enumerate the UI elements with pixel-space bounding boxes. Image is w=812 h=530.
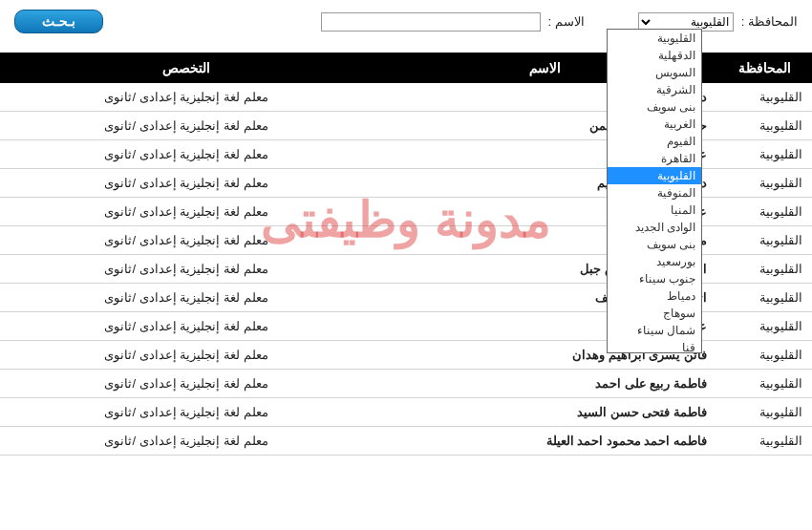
table-row: القليوبيةفاطمه احمد محمود احمد العيلةمعل… <box>0 427 812 456</box>
dropdown-option[interactable]: الغربية <box>608 116 701 133</box>
cell-specialization: معلم لغة إنجليزية إعدادى /ثانوى <box>0 169 373 198</box>
cell-specialization: معلم لغة إنجليزية إعدادى /ثانوى <box>0 312 373 341</box>
cell-governorate: القليوبية <box>716 140 812 169</box>
cell-specialization: معلم لغة إنجليزية إعدادى /ثانوى <box>0 255 373 284</box>
dropdown-option[interactable]: الوادى الجديد <box>608 219 701 236</box>
cell-specialization: معلم لغة إنجليزية إعدادى /ثانوى <box>0 112 373 140</box>
cell-governorate: القليوبية <box>716 427 812 456</box>
governorate-dropdown[interactable]: القليوبيةالدقهليةالسويسالشرقيةبنى سويفال… <box>607 29 702 353</box>
cell-specialization: معلم لغة إنجليزية إعدادى /ثانوى <box>0 284 373 312</box>
dropdown-option[interactable]: شمال سيناء <box>608 322 701 339</box>
dropdown-option[interactable]: دمياط <box>608 287 701 305</box>
cell-specialization: معلم لغة إنجليزية إعدادى /ثانوى <box>0 341 373 370</box>
dropdown-option[interactable]: الفيوم <box>608 133 701 150</box>
cell-governorate: القليوبية <box>716 226 812 255</box>
dropdown-option[interactable]: المنيا <box>608 201 701 219</box>
dropdown-option[interactable]: الشرقية <box>608 81 701 98</box>
dropdown-option[interactable]: المنوفية <box>608 184 701 201</box>
dropdown-option[interactable]: سوهاج <box>608 305 701 322</box>
cell-governorate: القليوبية <box>716 284 812 312</box>
header-specialization: التخصص <box>0 53 373 83</box>
cell-specialization: معلم لغة إنجليزية إعدادى /ثانوى <box>0 370 373 398</box>
cell-governorate: القليوبية <box>716 398 812 427</box>
search-button[interactable]: بـحـث <box>14 10 103 33</box>
dropdown-option[interactable]: السويس <box>608 64 701 81</box>
cell-specialization: معلم لغة إنجليزية إعدادى /ثانوى <box>0 427 373 456</box>
dropdown-option[interactable]: بورسعيد <box>608 253 701 270</box>
cell-governorate: القليوبية <box>716 341 812 370</box>
cell-specialization: معلم لغة إنجليزية إعدادى /ثانوى <box>0 226 373 255</box>
dropdown-option[interactable]: قنا <box>608 339 701 353</box>
dropdown-option[interactable]: القاهرة <box>608 150 701 167</box>
cell-specialization: معلم لغة إنجليزية إعدادى /ثانوى <box>0 83 373 112</box>
table-row: القليوبيةفاطمة فتحى حسن السيدمعلم لغة إن… <box>0 398 812 427</box>
dropdown-option[interactable]: القليوبية <box>608 30 701 47</box>
cell-governorate: القليوبية <box>716 312 812 341</box>
name-label: الاسم : <box>548 14 585 29</box>
cell-governorate: القليوبية <box>716 255 812 284</box>
name-input[interactable] <box>321 12 541 32</box>
dropdown-option[interactable]: بنى سويف <box>608 98 701 116</box>
dropdown-option[interactable]: الدقهلية <box>608 47 701 64</box>
cell-governorate: القليوبية <box>716 112 812 140</box>
cell-governorate: القليوبية <box>716 198 812 226</box>
cell-governorate: القليوبية <box>716 370 812 398</box>
cell-specialization: معلم لغة إنجليزية إعدادى /ثانوى <box>0 398 373 427</box>
cell-specialization: معلم لغة إنجليزية إعدادى /ثانوى <box>0 140 373 169</box>
governorate-label: المحافظة : <box>741 14 798 29</box>
header-governorate: المحافظة <box>716 53 812 83</box>
cell-name: فاطمه احمد محمود احمد العيلة <box>373 427 716 456</box>
cell-specialization: معلم لغة إنجليزية إعدادى /ثانوى <box>0 198 373 226</box>
table-row: القليوبيةفاطمة ربيع على احمدمعلم لغة إنج… <box>0 370 812 398</box>
dropdown-option[interactable]: جنوب سيناء <box>608 270 701 287</box>
dropdown-option[interactable]: بنى سويف <box>608 236 701 253</box>
cell-governorate: القليوبية <box>716 83 812 112</box>
cell-governorate: القليوبية <box>716 169 812 198</box>
cell-name: فاطمة فتحى حسن السيد <box>373 398 716 427</box>
dropdown-option[interactable]: القليوبية <box>608 167 701 184</box>
cell-name: فاطمة ربيع على احمد <box>373 370 716 398</box>
